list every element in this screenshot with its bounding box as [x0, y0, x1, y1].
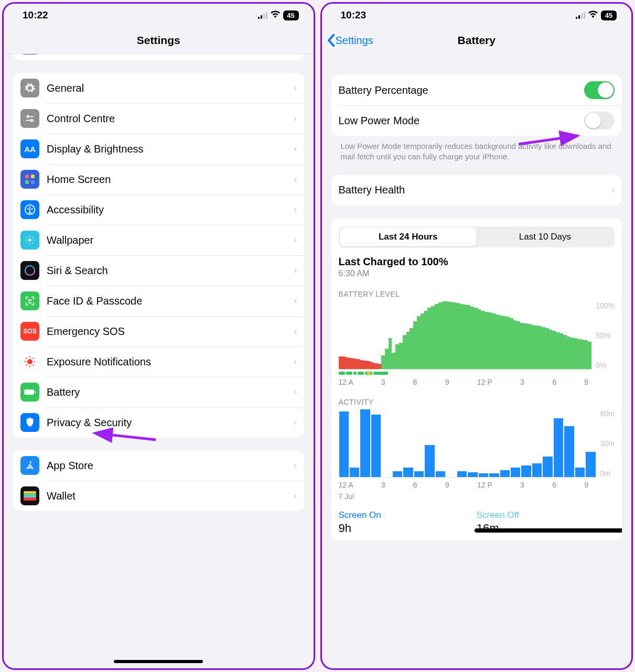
bar: [474, 308, 478, 368]
wifi-icon: [588, 9, 598, 21]
svg-point-18: [34, 361, 35, 362]
segment-24h[interactable]: Last 24 Hours: [340, 227, 477, 246]
chevron-right-icon: ›: [294, 266, 296, 275]
row-screen-time[interactable]: Screen Time ›: [13, 54, 304, 60]
bar: [425, 445, 434, 476]
row-control-centre[interactable]: Control Centre›: [13, 103, 304, 134]
row-wallet[interactable]: Wallet›: [13, 481, 304, 511]
svg-point-19: [26, 357, 27, 359]
home-indicator: [114, 660, 203, 663]
svg-point-14: [27, 359, 33, 364]
siri-icon: [20, 261, 39, 280]
svg-point-8: [29, 207, 31, 208]
bar: [410, 328, 413, 368]
row-label: Battery: [47, 386, 80, 398]
svg-rect-5: [25, 180, 29, 184]
row-label: Control Centre: [47, 113, 115, 125]
row-battery[interactable]: Battery›: [13, 377, 304, 407]
x-tick: 6: [413, 378, 417, 386]
bar: [567, 337, 571, 369]
row-app-store[interactable]: App Store›: [13, 450, 304, 481]
bar: [549, 330, 553, 369]
row-label: App Store: [47, 460, 93, 472]
settings-group: General›Control Centre›AADisplay & Brigh…: [13, 73, 304, 438]
faceid-icon: [20, 291, 39, 310]
bar: [392, 353, 395, 369]
row-emergency-sos[interactable]: SOSEmergency SOS›: [13, 316, 304, 346]
x-tick: 12 A: [339, 481, 353, 489]
bar: [468, 472, 477, 477]
bar: [584, 340, 588, 368]
row-label: Battery Health: [339, 184, 405, 196]
row-general[interactable]: General›: [13, 73, 304, 103]
row-label: Battery Percentage: [339, 84, 428, 96]
chevron-right-icon: ›: [294, 327, 296, 336]
toggle-switch[interactable]: [584, 81, 615, 99]
settings-group: Screen Time ›: [13, 54, 304, 60]
bar: [559, 333, 563, 368]
chevron-right-icon: ›: [294, 144, 296, 154]
row-label: General: [47, 82, 84, 94]
x-tick: 3: [520, 378, 524, 386]
row-exposure-notifications[interactable]: Exposure Notifications›: [13, 346, 304, 377]
x-tick: 9: [584, 481, 588, 489]
row-home-screen[interactable]: Home Screen›: [13, 164, 304, 194]
row-privacy-security[interactable]: Privacy & Security›: [13, 407, 304, 438]
status-bar: 10:23 45: [322, 4, 632, 27]
bar: [460, 304, 464, 369]
bar: [393, 471, 402, 477]
row-siri-search[interactable]: Siri & Search›: [13, 255, 304, 286]
bar: [436, 471, 445, 477]
bar: [556, 332, 559, 369]
bar: [588, 342, 591, 369]
bar: [500, 470, 510, 477]
sos-icon: SOS: [20, 322, 39, 341]
svg-rect-6: [31, 180, 35, 184]
row-display-brightness[interactable]: AADisplay & Brightness›: [13, 134, 304, 164]
battery-pill: 45: [601, 10, 617, 20]
chevron-right-icon: ›: [294, 205, 296, 214]
row-face-id-passcode[interactable]: Face ID & Passcode›: [13, 286, 304, 316]
row-battery-health[interactable]: Battery Health ›: [331, 175, 622, 205]
bar: [445, 301, 449, 369]
nav-bar: Settings: [4, 27, 314, 54]
x-tick: 3: [381, 481, 385, 489]
row-label: Emergency SOS: [47, 326, 125, 338]
bar: [513, 320, 517, 369]
bar: [489, 473, 499, 476]
chevron-right-icon: ›: [294, 461, 296, 470]
segment-10d[interactable]: Last 10 Days: [477, 227, 614, 246]
bar: [385, 349, 389, 369]
bar: [406, 332, 410, 369]
bar: [360, 360, 363, 369]
chevron-right-icon: ›: [294, 175, 296, 184]
bar: [427, 308, 431, 368]
toggle-switch[interactable]: [584, 112, 615, 129]
row-accessibility[interactable]: Accessibility›: [13, 194, 304, 225]
row-battery-percentage[interactable]: Battery Percentage: [331, 75, 622, 105]
segmented-control[interactable]: Last 24 Hours Last 10 Days: [339, 226, 615, 247]
activity-chart: 60m 30m 0m: [339, 409, 615, 478]
bar: [399, 343, 403, 368]
screentime-icon: [20, 54, 39, 55]
bar: [470, 307, 474, 369]
bar: [367, 361, 371, 368]
row-low-power-mode[interactable]: Low Power Mode: [331, 105, 622, 136]
row-wallpaper[interactable]: Wallpaper›: [13, 225, 304, 255]
screen-on-label: Screen On: [339, 510, 477, 521]
status-bar: 10:22 45: [4, 4, 314, 27]
appstore-icon: [20, 456, 39, 475]
battery-level-chart: 100% 50% 0%: [339, 301, 615, 370]
charged-title: Last Charged to 100%: [339, 256, 615, 268]
bar: [516, 321, 520, 368]
row-label: Low Power Mode: [339, 115, 420, 127]
row-label: Wallpaper: [47, 234, 93, 246]
charging-intervals: ⚡: [339, 372, 615, 375]
row-label: Accessibility: [47, 204, 104, 216]
bar: [467, 305, 470, 368]
bar: [438, 302, 442, 368]
chevron-right-icon: ›: [294, 83, 296, 93]
gear-icon: [20, 79, 39, 97]
back-button[interactable]: Settings: [326, 34, 373, 47]
health-group: Battery Health ›: [331, 175, 622, 205]
